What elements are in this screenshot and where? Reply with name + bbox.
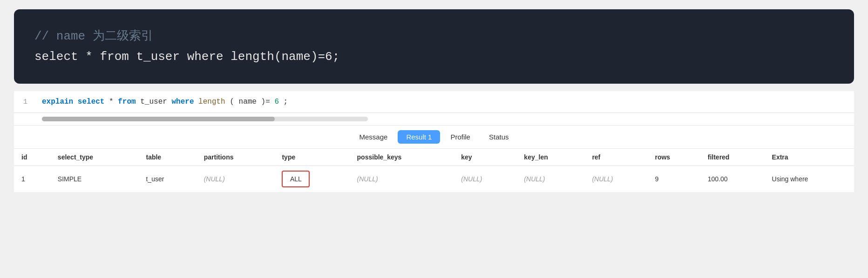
col-header-type: type bbox=[274, 149, 349, 166]
cell-ref: (NULL) bbox=[584, 166, 647, 192]
code-sql-line: select * from t_user where length(name)=… bbox=[34, 46, 834, 67]
semicolon: ; bbox=[284, 98, 288, 106]
cell-partitions: (NULL) bbox=[197, 166, 275, 192]
cell-filtered: 100.00 bbox=[700, 166, 765, 192]
scrollbar-area bbox=[14, 113, 854, 126]
col-header-filtered: filtered bbox=[700, 149, 765, 166]
col-header-extra: Extra bbox=[765, 149, 854, 166]
cell-rows: 9 bbox=[647, 166, 700, 192]
cell-table: t_user bbox=[138, 166, 196, 192]
query-space2: * bbox=[109, 98, 118, 106]
cell-key: (NULL) bbox=[454, 166, 516, 192]
code-comment-line: // name 为二级索引 bbox=[34, 26, 834, 46]
type-value-highlighted: ALL bbox=[282, 171, 310, 187]
sql-text: select * from t_user where length(name)=… bbox=[34, 50, 339, 64]
tab-status[interactable]: Status bbox=[481, 130, 517, 144]
col-header-key: key bbox=[454, 149, 516, 166]
line-number: 1 bbox=[23, 98, 33, 106]
keyword-from: from bbox=[118, 98, 136, 106]
query-text: explain select * from t_user where lengt… bbox=[42, 98, 288, 106]
paren-close: )= bbox=[261, 98, 270, 106]
tab-result1[interactable]: Result 1 bbox=[398, 130, 440, 144]
function-length: length bbox=[198, 98, 225, 106]
keyword-where: where bbox=[171, 98, 194, 106]
tabs-area: Message Result 1 Profile Status bbox=[14, 126, 854, 149]
col-header-table: table bbox=[138, 149, 196, 166]
scrollbar-track[interactable] bbox=[42, 117, 368, 121]
number-6: 6 bbox=[274, 98, 279, 106]
col-header-ref: ref bbox=[584, 149, 647, 166]
tab-profile[interactable]: Profile bbox=[442, 130, 479, 144]
col-header-id: id bbox=[14, 149, 50, 166]
cell-select-type: SIMPLE bbox=[50, 166, 139, 192]
col-header-possible-keys: possible_keys bbox=[350, 149, 454, 166]
query-line: 1 explain select * from t_user where len… bbox=[23, 98, 845, 106]
cell-id: 1 bbox=[14, 166, 50, 192]
col-header-partitions: partitions bbox=[197, 149, 275, 166]
cell-type: ALL bbox=[274, 166, 349, 192]
tab-message[interactable]: Message bbox=[351, 130, 396, 144]
table-container: id select_type table partitions type pos… bbox=[14, 149, 854, 192]
paren-open: ( bbox=[230, 98, 234, 106]
table-header-row: id select_type table partitions type pos… bbox=[14, 149, 854, 166]
col-header-select-type: select_type bbox=[50, 149, 139, 166]
param-name: name bbox=[239, 98, 257, 106]
col-header-rows: rows bbox=[647, 149, 700, 166]
cell-key-len: (NULL) bbox=[516, 166, 584, 192]
keyword-explain: explain bbox=[42, 98, 73, 106]
query-editor: 1 explain select * from t_user where len… bbox=[14, 91, 854, 113]
results-table: id select_type table partitions type pos… bbox=[14, 149, 854, 192]
cell-extra: Using where bbox=[765, 166, 854, 192]
scrollbar-thumb[interactable] bbox=[42, 117, 275, 121]
code-block: // name 为二级索引 select * from t_user where… bbox=[14, 9, 854, 84]
table-row: 1 SIMPLE t_user (NULL) ALL (NULL) (NULL)… bbox=[14, 166, 854, 192]
keyword-select: select bbox=[78, 98, 105, 106]
cell-possible-keys: (NULL) bbox=[350, 166, 454, 192]
query-table: t_user bbox=[140, 98, 171, 106]
col-header-key-len: key_len bbox=[516, 149, 584, 166]
comment-text: // name 为二级索引 bbox=[34, 29, 153, 43]
